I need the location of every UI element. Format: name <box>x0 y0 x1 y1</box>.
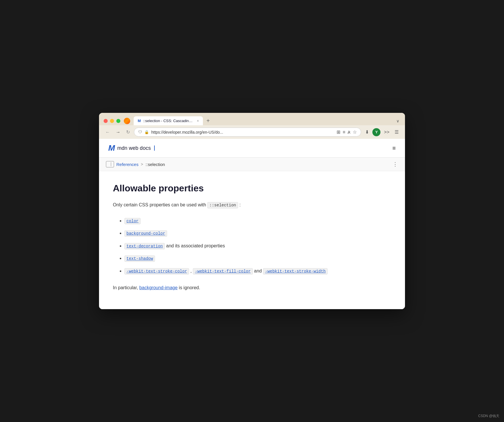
tab-overflow-button[interactable]: ∨ <box>396 119 400 123</box>
properties-list: color background-color text-decoration a… <box>113 217 391 275</box>
firefox-icon <box>124 118 130 124</box>
translate-icon[interactable]: A̷ <box>348 130 350 135</box>
tab-close-button[interactable]: × <box>197 119 199 123</box>
text-shadow-link[interactable]: text-shadow <box>124 255 155 262</box>
tab-favicon: M <box>138 119 141 123</box>
refresh-button[interactable]: ↻ <box>124 128 132 136</box>
webkit-fill-color-link[interactable]: -webkit-text-fill-color <box>193 268 253 275</box>
breadcrumb-separator: > <box>141 162 143 167</box>
back-button[interactable]: ← <box>104 128 112 136</box>
menu-icon[interactable]: ☰ <box>393 128 400 136</box>
maximize-button[interactable] <box>116 119 120 123</box>
breadcrumb-references-link[interactable]: References <box>116 162 139 167</box>
closing-paragraph: In particular, background-image is ignor… <box>113 284 391 292</box>
address-url: https://developer.mozilla.org/en-US/do..… <box>151 130 334 135</box>
forward-button[interactable]: → <box>114 128 122 136</box>
close-button[interactable] <box>104 119 108 123</box>
color-link[interactable]: color <box>124 218 141 224</box>
toolbar: ← → ↻ 🛡 🔒 https://developer.mozilla.org/… <box>99 125 405 139</box>
active-tab[interactable]: M ::selection - CSS: Cascading Sty × <box>134 116 203 125</box>
mdn-logo-icon: M <box>108 143 114 153</box>
webkit-stroke-color-link[interactable]: -webkit-text-stroke-color <box>124 268 189 275</box>
tabs-area: M ::selection - CSS: Cascading Sty × + ∨ <box>134 116 400 125</box>
list-item: text-shadow <box>124 255 391 262</box>
main-content: Allowable properties Only certain CSS pr… <box>99 171 405 309</box>
qr-icon[interactable]: ⊞ <box>337 129 340 135</box>
list-item: color <box>124 217 391 225</box>
mdn-logo[interactable]: M mdn web docs <box>108 143 155 153</box>
bookmark-icon[interactable]: ☆ <box>353 129 357 135</box>
sidebar-toggle-button[interactable] <box>106 161 114 167</box>
lock-icon: 🔒 <box>144 130 149 134</box>
list-item: background-color <box>124 229 391 237</box>
minimize-button[interactable] <box>110 119 114 123</box>
background-image-link[interactable]: background-image <box>139 285 178 290</box>
shield-icon: 🛡 <box>138 130 142 134</box>
list-item: -webkit-text-stroke-color , -webkit-text… <box>124 267 391 275</box>
breadcrumb-current-page: ::selection <box>145 162 165 167</box>
closing-prefix: In particular, <box>113 285 138 290</box>
background-color-link[interactable]: background-color <box>124 230 167 237</box>
tab-label: ::selection - CSS: Cascading Sty <box>143 119 193 123</box>
mdn-header: M mdn web docs ≡ <box>99 139 405 158</box>
intro-end: : <box>239 202 240 207</box>
webkit-stroke-width-link[interactable]: -webkit-text-stroke-width <box>263 268 328 275</box>
traffic-lights <box>104 119 120 123</box>
intro-paragraph: Only certain CSS properties can be used … <box>113 201 391 209</box>
list-item: text-decoration and its associated prope… <box>124 242 391 250</box>
browser-window: M ::selection - CSS: Cascading Sty × + ∨… <box>99 113 405 309</box>
selection-inline-code: ::selection <box>207 202 238 208</box>
mdn-logo-cursor <box>154 145 155 151</box>
reader-icon[interactable]: ≡ <box>343 130 345 135</box>
closing-suffix: is ignored. <box>179 285 200 290</box>
and-text: and <box>254 268 263 273</box>
toolbar-icons: ⬇ Y >> ☰ <box>363 128 400 136</box>
address-bar[interactable]: 🛡 🔒 https://developer.mozilla.org/en-US/… <box>134 128 361 137</box>
text-decoration-suffix: and its associated properties <box>166 243 225 248</box>
breadcrumb-more-button[interactable]: ⋮ <box>393 161 398 167</box>
intro-text: Only certain CSS properties can be used … <box>113 202 206 207</box>
mdn-logo-text: mdn web docs <box>117 145 151 151</box>
title-bar: M ::selection - CSS: Cascading Sty × + ∨ <box>99 113 405 125</box>
mdn-menu-button[interactable]: ≡ <box>392 145 396 152</box>
page-title: Allowable properties <box>113 183 391 194</box>
watermark: CSDN @钱天 <box>478 414 499 419</box>
breadcrumb: References > ::selection ⋮ <box>99 158 405 171</box>
profile-icon[interactable]: Y <box>372 128 380 136</box>
download-icon[interactable]: ⬇ <box>363 128 371 136</box>
new-tab-button[interactable]: + <box>204 116 213 125</box>
text-decoration-link[interactable]: text-decoration <box>124 243 165 249</box>
sidebar-toggle-inner <box>109 162 111 166</box>
extensions-icon[interactable]: >> <box>382 128 391 136</box>
